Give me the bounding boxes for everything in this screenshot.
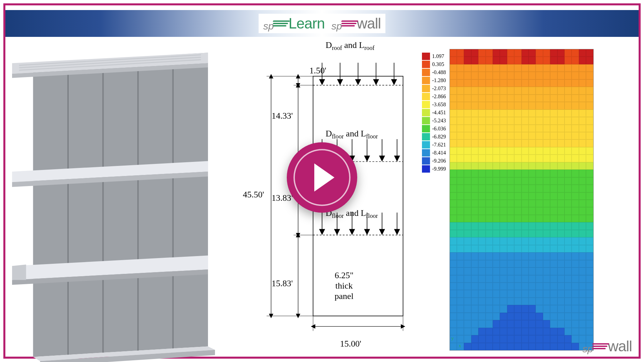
contour-cell: [529, 313, 536, 320]
contour-cell: [464, 57, 471, 64]
contour-cell: [464, 252, 471, 260]
contour-cell: [536, 87, 543, 94]
contour-cell: [457, 335, 464, 343]
contour-cell: [500, 125, 507, 132]
contour-cell: [514, 102, 521, 109]
contour-cell: [543, 139, 550, 147]
contour-cell: [579, 215, 586, 222]
contour-cell: [464, 328, 471, 335]
contour-cell: [500, 147, 507, 155]
contour-cell: [486, 343, 493, 350]
contour-cell: [550, 230, 557, 237]
contour-cell: [464, 79, 471, 87]
legend-swatch: [422, 69, 430, 76]
contour-cell: [486, 335, 493, 343]
contour-cell: [579, 260, 586, 267]
contour-cell: [565, 230, 572, 237]
contour-cell: [550, 49, 557, 57]
contour-cell: [572, 343, 579, 350]
contour-cell: [464, 49, 471, 57]
legend-swatch: [422, 149, 430, 157]
contour-cell: [586, 207, 593, 215]
contour-cell: [486, 290, 493, 297]
contour-cell: [572, 185, 579, 192]
contour-cell: [464, 335, 471, 343]
contour-cell: [586, 215, 593, 222]
contour-cell: [457, 95, 464, 102]
contour-cell: [507, 110, 514, 117]
contour-cell: [493, 245, 500, 252]
contour-cell: [514, 305, 521, 312]
contour-cell: [522, 49, 529, 57]
contour-cell: [500, 320, 507, 327]
contour-cell: [514, 95, 521, 102]
contour-cell: [550, 79, 557, 87]
contour-cell: [536, 110, 543, 117]
contour-cell: [486, 245, 493, 252]
contour-cell: [507, 215, 514, 222]
contour-cell: [557, 260, 565, 267]
contour-cell: [522, 177, 529, 185]
contour-cell: [586, 155, 593, 162]
contour-cell: [500, 335, 507, 343]
contour-cell: [557, 230, 565, 237]
contour-cell: [493, 320, 500, 327]
contour-cell: [507, 335, 514, 343]
contour-cell: [522, 245, 529, 252]
sp-prefix: sp: [583, 343, 593, 355]
contour-cell: [572, 275, 579, 283]
contour-cell: [464, 117, 471, 124]
contour-cell: [514, 170, 521, 177]
dim-parapet: 1.50': [309, 66, 326, 76]
contour-cell: [486, 230, 493, 237]
contour-cell: [522, 57, 529, 64]
wall-stripes-icon: [341, 20, 358, 27]
contour-cell: [507, 207, 514, 215]
contour-cell: [579, 155, 586, 162]
contour-cell: [543, 162, 550, 170]
contour-cell: [450, 95, 457, 102]
contour-cell: [529, 335, 536, 343]
contour-cell: [543, 125, 550, 132]
play-button[interactable]: [287, 142, 357, 213]
contour-cell: [486, 215, 493, 222]
contour-cell: [565, 57, 572, 64]
contour-cell: [536, 170, 543, 177]
contour-cell: [478, 230, 485, 237]
contour-cell: [522, 155, 529, 162]
legend-row: -5.243: [422, 117, 446, 125]
contour-cell: [493, 252, 500, 260]
contour-cell: [486, 125, 493, 132]
contour-cell: [550, 245, 557, 252]
contour-cell: [557, 95, 565, 102]
contour-cell: [471, 102, 478, 109]
contour-cell: [450, 267, 457, 275]
contour-cell: [486, 267, 493, 275]
contour-cell: [507, 328, 514, 335]
contour-cell: [471, 252, 478, 260]
contour-cell: [579, 245, 586, 252]
contour-cell: [550, 170, 557, 177]
contour-cell: [457, 57, 464, 64]
contour-cell: [543, 102, 550, 109]
contour-cell: [493, 147, 500, 155]
contour-cell: [586, 237, 593, 245]
contour-cell: [543, 245, 550, 252]
contour-cell: [464, 222, 471, 230]
contour-cell: [478, 87, 485, 94]
contour-cell: [543, 192, 550, 200]
contour-cell: [536, 200, 543, 207]
contour-cell: [572, 87, 579, 94]
contour-cell: [572, 72, 579, 79]
contour-cell: [536, 117, 543, 124]
contour-cell: [536, 298, 543, 305]
legend-value: -7.621: [432, 142, 446, 148]
contour-cell: [557, 267, 565, 275]
contour-cell: [543, 298, 550, 305]
contour-cell: [572, 57, 579, 64]
contour-cell: [543, 132, 550, 139]
contour-cell: [457, 170, 464, 177]
contour-cell: [507, 95, 514, 102]
contour-cell: [572, 170, 579, 177]
contour-cell: [464, 298, 471, 305]
